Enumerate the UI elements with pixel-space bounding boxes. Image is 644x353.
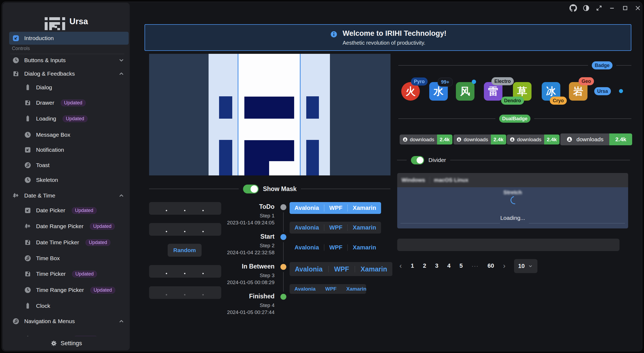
divider-line [149, 189, 239, 189]
tab-windows[interactable]: Windows [402, 177, 425, 183]
avalonia-button[interactable]: Avalonia [290, 224, 324, 231]
sidebar-item-dialog-feedbacks[interactable]: Dialog & Feedbacks [9, 67, 129, 80]
empty-input[interactable] [397, 239, 620, 251]
sidebar-item-date-time-picker[interactable]: Date Time Picker Updated [9, 236, 129, 249]
page-button-1[interactable]: 1 [411, 262, 414, 269]
sidebar-item-drawer[interactable]: Drawer Updated [9, 96, 129, 109]
updated-badge: Updated [61, 100, 86, 106]
pyro-badge-pill: Pyro [411, 77, 428, 86]
sidebar-item-label: Notification [36, 147, 64, 153]
loading-status: Loading... [397, 215, 628, 221]
xamarin-button[interactable]: Xamarin [356, 265, 392, 273]
chevron-down-icon[interactable] [118, 57, 125, 64]
floppy-icon [24, 270, 31, 277]
sidebar-item-label: Date Time Picker [36, 239, 79, 246]
xamarin-button[interactable]: Xamarin [342, 286, 371, 292]
platform-group-dark: Avalonia WPF Xamarin [290, 222, 381, 234]
theme-toggle-button[interactable] [581, 3, 591, 13]
wpf-button[interactable]: WPF [321, 286, 342, 292]
divider-line [301, 189, 390, 189]
sidebar-item-clock[interactable]: Clock [9, 299, 129, 312]
xamarin-button[interactable]: Xamarin [348, 244, 381, 251]
timeline-title: Finished [249, 293, 275, 300]
settings-button[interactable]: Settings [3, 336, 130, 350]
loading-panel: Windows macOS Linux Stretch Loading... [397, 173, 628, 228]
page-button-3[interactable]: 3 [435, 262, 438, 269]
avalonia-button[interactable]: Avalonia [290, 204, 324, 211]
sidebar-item-time-range-picker[interactable]: Time Range Picker Updated [9, 284, 129, 296]
arrow-square-icon [24, 207, 31, 214]
timeline-step: Step 2 [260, 243, 275, 249]
timeline-dot-start [280, 234, 286, 240]
electro-badge-pill: Electro [491, 77, 514, 85]
wpf-button[interactable]: WPF [325, 244, 347, 251]
skeleton-textbox[interactable] [149, 286, 221, 299]
sidebar-item-toast[interactable]: Toast [9, 159, 129, 172]
sidebar-item-dialog[interactable]: Dialog [9, 81, 129, 94]
divider-line [534, 118, 631, 119]
show-mask-label: Show Mask [263, 185, 297, 193]
random-button[interactable]: Random [168, 244, 202, 257]
wpf-button[interactable]: WPF [325, 224, 347, 231]
minimize-icon [608, 5, 615, 12]
avalonia-button[interactable]: Avalonia [290, 286, 321, 292]
fullscreen-button[interactable] [594, 3, 604, 13]
xamarin-button[interactable]: Xamarin [348, 224, 381, 231]
wpf-button[interactable]: WPF [329, 265, 354, 273]
page-button-4[interactable]: 4 [447, 262, 451, 269]
badge-section-pill: Badge [592, 61, 613, 69]
downloads-badge: downloads 2.4k [400, 135, 452, 144]
timeline-dot-inbetween [280, 264, 286, 270]
floppy-icon [24, 239, 31, 246]
clock-icon [24, 287, 31, 294]
tab-macos-linux[interactable]: macOS Linux [434, 177, 469, 183]
chevron-up-icon[interactable] [118, 70, 125, 77]
chevron-up-icon[interactable] [118, 318, 125, 325]
chevron-up-icon[interactable] [118, 192, 125, 199]
skeleton-textbox[interactable] [149, 202, 221, 215]
sidebar-item-label: Dialog [36, 84, 52, 91]
wpf-button[interactable]: WPF [325, 204, 347, 211]
xamarin-button[interactable]: Xamarin [348, 204, 381, 211]
page-ellipsis: ··· [472, 263, 479, 269]
sidebar-item-date-picker[interactable]: Date Picker Updated [9, 204, 129, 217]
skeleton-textbox[interactable] [149, 265, 221, 278]
sidebar-item-date-range-picker[interactable]: Date Range Picker Updated [9, 220, 129, 233]
expand-icon [596, 5, 603, 12]
clock-icon [12, 57, 19, 64]
trees-icon [24, 223, 31, 230]
timeline-connector [283, 272, 284, 292]
updated-badge: Updated [90, 223, 115, 230]
sidebar-item-skeleton[interactable]: Skeleton [9, 174, 129, 186]
maximize-button[interactable] [620, 3, 630, 13]
sidebar-item-message-box[interactable]: Message Box [9, 128, 129, 141]
skeleton-textbox[interactable] [149, 223, 221, 236]
sidebar-item-date-time[interactable]: Date & Time [9, 189, 129, 202]
sidebar-item-navigation-menus[interactable]: Navigation & Menus [9, 315, 129, 328]
avalonia-button[interactable]: Avalonia [290, 244, 324, 251]
avalonia-button[interactable]: Avalonia [290, 265, 327, 273]
sidebar-item-time-picker[interactable]: Time Picker Updated [9, 267, 129, 280]
page-next-button[interactable]: › [503, 262, 505, 270]
sidebar-item-time-box[interactable]: Time Box [9, 252, 129, 265]
divider-toggle[interactable] [411, 156, 424, 164]
page-size-select[interactable]: 10 [514, 259, 537, 273]
mask-guide-line [238, 54, 238, 175]
github-button[interactable] [568, 3, 578, 13]
page-button-60[interactable]: 60 [488, 262, 494, 269]
welcome-title: Welcome to IRIHI Technology! [343, 29, 446, 38]
page-prev-button[interactable]: ‹ [399, 262, 402, 270]
minimize-button[interactable] [607, 3, 617, 13]
close-button[interactable] [633, 3, 643, 13]
downloads-badge: downloads 2.4k [453, 135, 506, 144]
sidebar-item-notification[interactable]: Notification [9, 143, 129, 156]
divider-line [616, 65, 631, 66]
show-mask-toggle[interactable] [243, 185, 259, 193]
app-title: Ursa [69, 17, 88, 26]
badge-element-anemo: 风 [456, 82, 474, 101]
sidebar-item-introduction[interactable]: Introduction [9, 32, 129, 45]
page-button-5[interactable]: 5 [459, 262, 463, 269]
sidebar-item-loading[interactable]: Loading Updated [9, 112, 129, 125]
sidebar-item-buttons-inputs[interactable]: Buttons & Inputs [9, 54, 129, 67]
page-button-2[interactable]: 2 [423, 262, 426, 269]
